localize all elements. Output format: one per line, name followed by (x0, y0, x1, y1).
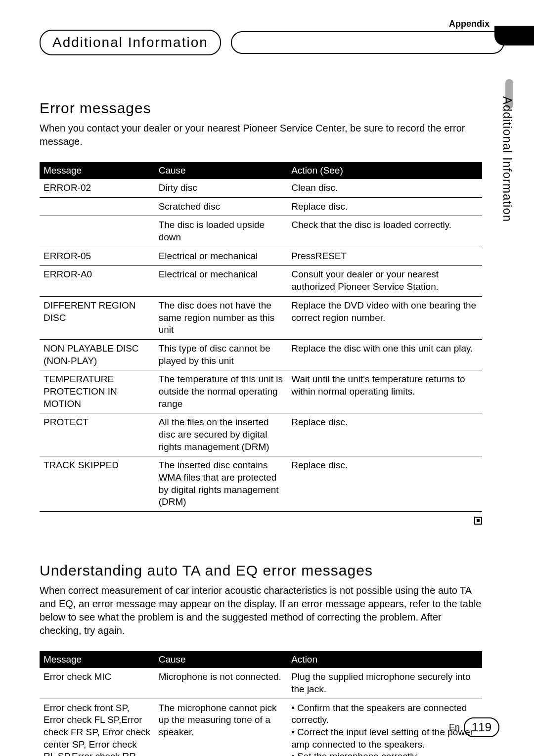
table-row: The disc is loaded upside downCheck that… (40, 216, 482, 247)
cell-cause: Electrical or mechanical (155, 266, 288, 296)
table-row: ERROR-02Dirty discClean disc. (40, 179, 482, 197)
table-row: ERROR-A0Electrical or mechanicalConsult … (40, 266, 482, 296)
footer-page-number: 119 (464, 717, 499, 737)
cell-msg: PROTECT (40, 413, 155, 456)
chapter-pill: Additional Information (40, 30, 221, 55)
chapter-pill-blank (231, 31, 504, 54)
cell-msg (40, 197, 155, 216)
cell-action: Check that the disc is loaded correctly. (287, 216, 482, 247)
cell-msg: ERROR-05 (40, 247, 155, 266)
section1-title: Error messages (40, 100, 482, 117)
cell-cause: Scratched disc (155, 197, 288, 216)
cell-msg: TEMPERATURE PROTECTION IN MOTION (40, 370, 155, 413)
cell-cause: This type of disc cannot be played by th… (155, 339, 288, 370)
section2-title: Understanding auto TA and EQ error messa… (40, 562, 482, 579)
cell-cause: The disc does not have the same region n… (155, 296, 288, 339)
cell-msg: Error check front SP, Error check FL SP,… (40, 699, 155, 756)
page-footer: En 119 (449, 717, 499, 737)
error-table: Message Cause Action (See) ERROR-02Dirty… (40, 162, 482, 512)
th-message: Message (40, 162, 155, 179)
footer-lang: En (449, 722, 460, 733)
cell-cause: The inserted disc contains WMA files tha… (155, 456, 288, 512)
cell-msg (40, 216, 155, 247)
table-row: DIFFERENT REGION DISCThe disc does not h… (40, 296, 482, 339)
table-row: Error check front SP, Error check FL SP,… (40, 699, 482, 756)
page: Appendix Additional Information Addition… (0, 0, 534, 756)
cell-msg: DIFFERENT REGION DISC (40, 296, 155, 339)
table-row: Scratched discReplace disc. (40, 197, 482, 216)
th2-cause: Cause (155, 651, 288, 668)
cell-cause: The disc is loaded upside down (155, 216, 288, 247)
section2: Understanding auto TA and EQ error messa… (40, 562, 482, 756)
cell-action: Replace the disc with one this unit can … (287, 339, 482, 370)
cell-action: Replace disc. (287, 197, 482, 216)
table-row: PROTECTAll the files on the inserted dis… (40, 413, 482, 456)
cell-action: Clean disc. (287, 179, 482, 197)
table-row: TEMPERATURE PROTECTION IN MOTIONThe temp… (40, 370, 482, 413)
cell-msg: TRACK SKIPPED (40, 456, 155, 512)
th2-action: Action (287, 651, 482, 668)
section2-intro: When correct measurement of car interior… (40, 584, 482, 637)
header-row: Additional Information (40, 30, 504, 55)
cell-action: Replace disc. (287, 413, 482, 456)
cell-cause: Dirty disc (155, 179, 288, 197)
corner-tab (494, 26, 534, 45)
cell-cause: Microphone is not connected. (155, 668, 288, 699)
cell-cause: All the files on the inserted disc are s… (155, 413, 288, 456)
side-chapter-label: Additional Information (500, 96, 514, 222)
cell-cause: The microphone cannot pick up the measur… (155, 699, 288, 756)
cell-action: Wait until the unit's temperature return… (287, 370, 482, 413)
cell-cause: Electrical or mechanical (155, 247, 288, 266)
th-action: Action (See) (287, 162, 482, 179)
cell-action: Plug the supplied microphone securely in… (287, 668, 482, 699)
table-row: Error check MICMicrophone is not connect… (40, 668, 482, 699)
cell-action: PressRESET (287, 247, 482, 266)
table-row: NON PLAYABLE DISC (NON-PLAY)This type of… (40, 339, 482, 370)
cell-cause: The temperature of this unit is outside … (155, 370, 288, 413)
end-mark (40, 515, 482, 528)
cell-msg: ERROR-A0 (40, 266, 155, 296)
section1-intro: When you contact your dealer or your nea… (40, 122, 482, 148)
appendix-label: Appendix (449, 19, 490, 29)
table-row: TRACK SKIPPEDThe inserted disc contains … (40, 456, 482, 512)
cell-action: Replace disc. (287, 456, 482, 512)
cell-action: Replace the DVD video with one bearing t… (287, 296, 482, 339)
th-cause: Cause (155, 162, 288, 179)
cell-action: Consult your dealer or your nearest auth… (287, 266, 482, 296)
cell-msg: Error check MIC (40, 668, 155, 699)
ta-eq-table: Message Cause Action Error check MICMicr… (40, 651, 482, 756)
stop-icon (474, 517, 482, 525)
table-row: ERROR-05Electrical or mechanicalPressRES… (40, 247, 482, 266)
th2-message: Message (40, 651, 155, 668)
cell-msg: ERROR-02 (40, 179, 155, 197)
cell-msg: NON PLAYABLE DISC (NON-PLAY) (40, 339, 155, 370)
main-content: Error messages When you contact your dea… (40, 100, 482, 756)
